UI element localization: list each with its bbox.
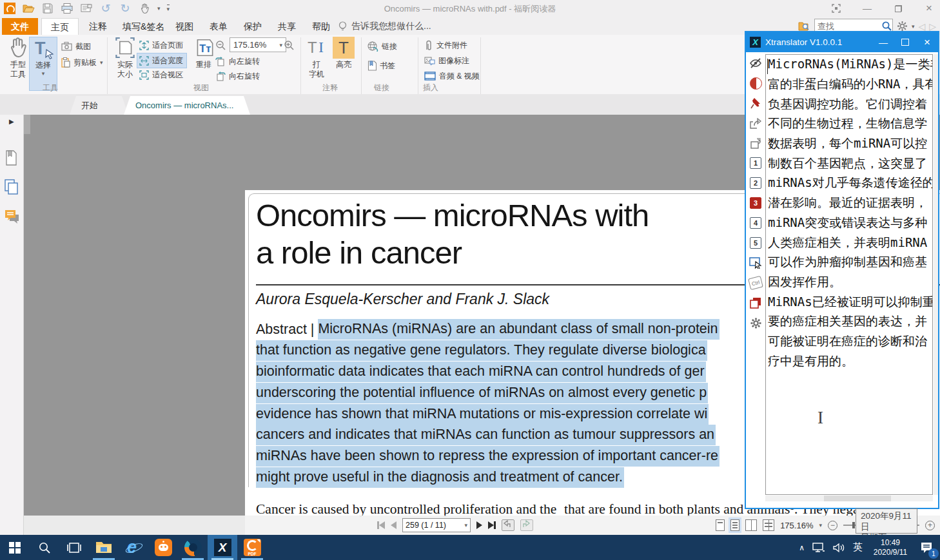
panel-maximize-button[interactable]: [894, 32, 916, 52]
clipboard-dropdown[interactable]: ▾: [100, 59, 103, 66]
find-go-icon[interactable]: [881, 21, 892, 32]
engine-3-button-active[interactable]: 3: [749, 197, 762, 209]
print-icon[interactable]: [61, 2, 73, 15]
select-dropdown[interactable]: ▾: [42, 70, 45, 77]
input-language-indicator[interactable]: 英: [853, 541, 863, 554]
comments-panel-icon[interactable]: [5, 209, 19, 225]
network-icon[interactable]: [812, 543, 825, 553]
open-file-icon[interactable]: [22, 2, 35, 15]
panel-horizontal-scrollbar[interactable]: [765, 496, 933, 501]
hand-tool-dropdown[interactable]: ▾: [157, 5, 161, 12]
typewriter-button[interactable]: T I 打 字机: [303, 37, 330, 79]
single-page-view-icon[interactable]: [716, 519, 725, 531]
xtranslator-taskbar-button[interactable]: X: [208, 535, 237, 560]
redo-translate-icon[interactable]: [749, 137, 762, 150]
close-button[interactable]: ×: [921, 1, 937, 15]
facing-view-icon[interactable]: [745, 519, 757, 531]
volume-icon[interactable]: [833, 543, 845, 553]
link-button[interactable]: 链接: [367, 40, 397, 53]
fit-page-button[interactable]: 适合页面: [139, 39, 183, 52]
browser-app-button[interactable]: [178, 535, 208, 560]
next-page-button[interactable]: [476, 521, 482, 529]
menu-tab-share[interactable]: 共享: [269, 18, 305, 35]
share-forward-icon[interactable]: [749, 117, 762, 130]
settings-gear-icon[interactable]: [749, 316, 762, 329]
internet-explorer-button[interactable]: e: [119, 535, 148, 560]
select-capture-icon[interactable]: [749, 256, 762, 269]
sidebar-scrollbar-thumb[interactable]: [24, 115, 30, 134]
tab-start[interactable]: 开始: [70, 96, 128, 115]
hand-tool-quick-icon[interactable]: [138, 2, 151, 15]
search-folder-icon[interactable]: [798, 21, 810, 32]
engine-2-button[interactable]: 2: [749, 177, 762, 189]
tell-me-box[interactable]: 告诉我您想做什么...: [338, 18, 431, 35]
status-zoom-dropdown[interactable]: ▾: [819, 522, 822, 528]
facing-continuous-view-icon[interactable]: [763, 519, 774, 531]
undo-icon[interactable]: ↺: [99, 2, 112, 15]
taskbar-search-button[interactable]: [30, 535, 59, 560]
action-center-icon[interactable]: 1: [918, 539, 935, 556]
audio-video-button[interactable]: 音频 & 视频: [424, 70, 480, 82]
engine-5-button[interactable]: 5: [749, 237, 762, 249]
xtranslator-title-bar[interactable]: X Xtranslator V1.0.0.1 — ×: [746, 32, 938, 52]
panel-vertical-scrollbar[interactable]: [934, 54, 938, 495]
menu-tab-comment[interactable]: 注释: [80, 18, 116, 35]
zoom-out-circle-button[interactable]: −: [828, 521, 837, 530]
hand-tool-button[interactable]: 手型 工具: [4, 37, 32, 79]
file-explorer-button[interactable]: [89, 535, 119, 560]
taskbar-clock[interactable]: 10:49 2020/9/11: [870, 538, 910, 557]
engine-1-button[interactable]: 1: [749, 157, 762, 169]
find-input[interactable]: [815, 21, 881, 31]
restore-button[interactable]: [890, 1, 906, 15]
menu-tab-home[interactable]: 主页: [41, 18, 79, 35]
bookmarks-panel-icon[interactable]: [5, 150, 19, 166]
find-previous-icon[interactable]: ◁: [918, 21, 925, 32]
task-view-button[interactable]: [59, 535, 89, 560]
previous-page-button[interactable]: [391, 521, 397, 529]
menu-tab-form[interactable]: 表单: [201, 18, 237, 35]
image-annotation-button[interactable]: 图像标注: [424, 54, 469, 67]
menu-tab-file[interactable]: 文件: [2, 18, 38, 35]
toggle-translate-icon[interactable]: [749, 77, 762, 90]
customize-toolbar-icon[interactable]: ▾: [167, 5, 170, 12]
engine-4-button[interactable]: 4: [749, 217, 762, 229]
next-view-icon[interactable]: [520, 519, 533, 531]
panel-hscroll-thumb[interactable]: [824, 496, 891, 501]
ui-options-icon[interactable]: [828, 1, 845, 15]
actual-size-button[interactable]: 实际 大小: [111, 37, 139, 79]
panel-close-button[interactable]: ×: [916, 32, 938, 52]
fit-visible-button[interactable]: 适合视区: [139, 68, 183, 81]
redo-icon[interactable]: ↻: [119, 2, 132, 15]
start-button[interactable]: [0, 535, 30, 560]
last-page-button[interactable]: [488, 521, 496, 529]
clipboard-button[interactable]: 剪贴板 ▾: [61, 56, 103, 69]
show-hidden-icons[interactable]: ∧: [799, 543, 805, 552]
reflow-button[interactable]: Tт 重排: [190, 37, 218, 70]
zoom-in-circle-button[interactable]: +: [925, 521, 935, 530]
menu-tab-protect[interactable]: 保护: [235, 18, 271, 35]
file-attachment-button[interactable]: 文件附件: [424, 39, 467, 52]
fit-width-button[interactable]: 适合宽度: [137, 53, 187, 68]
menu-tab-view[interactable]: 视图: [166, 18, 202, 35]
sidebar-expand-icon[interactable]: ▶: [9, 118, 14, 125]
rotate-right-button[interactable]: 向右旋转: [215, 70, 260, 82]
bookmark-button[interactable]: 书签: [367, 59, 395, 72]
find-settings-gear-icon[interactable]: [897, 21, 908, 32]
menu-tab-fill-sign[interactable]: 填写&签名: [113, 18, 173, 35]
find-dropdown[interactable]: ▾: [912, 23, 915, 30]
status-zoom-level[interactable]: 175.16%: [780, 521, 813, 530]
zoom-level-combobox[interactable]: 175.16% ▾: [230, 37, 286, 52]
snapshot-button[interactable]: 截图: [61, 40, 91, 53]
save-icon[interactable]: [41, 2, 54, 15]
panel-minimize-button[interactable]: —: [872, 32, 894, 52]
zoom-in-button[interactable]: [284, 39, 295, 52]
thumbnails-panel-icon[interactable]: [5, 179, 19, 195]
zoom-slider-thumb[interactable]: [852, 522, 855, 528]
email-icon[interactable]: [80, 2, 93, 15]
minimize-button[interactable]: —: [859, 1, 876, 15]
previous-view-icon[interactable]: [502, 519, 514, 531]
tab-document[interactable]: Oncomirs — microRNAs... ×: [124, 96, 250, 115]
first-page-button[interactable]: [377, 521, 385, 529]
menu-tab-help[interactable]: 帮助: [303, 18, 339, 35]
page-number-combobox[interactable]: 259 (1 / 11) ▾: [402, 518, 471, 532]
